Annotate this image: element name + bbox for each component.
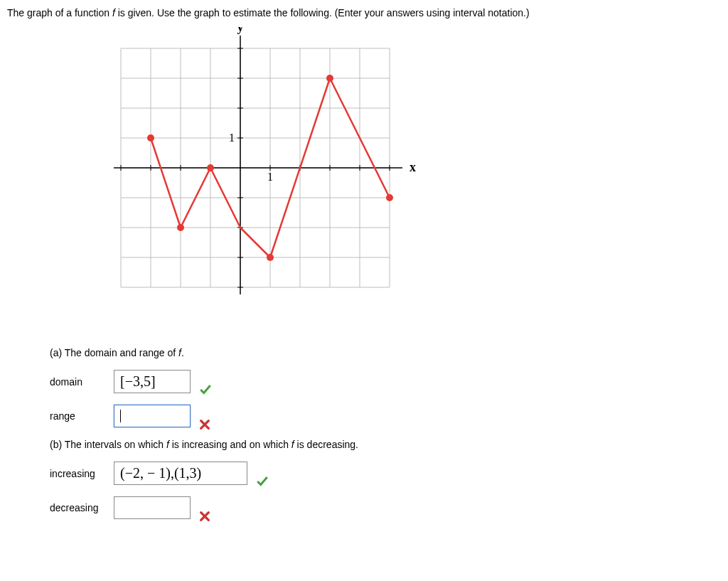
domain-label: domain [50,376,114,388]
svg-text:y: y [237,27,244,34]
cross-icon [199,511,210,522]
part-a-text-1: (a) The domain and range of [50,347,178,358]
range-row: range [50,405,721,427]
prompt-text-2: is given. Use the graph to estimate the … [115,7,530,18]
domain-value: [−3,5] [120,373,156,390]
check-icon [256,475,269,488]
increasing-value: (−2, − 1),(1,3) [120,465,201,481]
range-label: range [50,410,114,422]
decreasing-row: decreasing [50,496,721,519]
text-cursor [120,410,121,422]
part-b-heading: (b) The intervals on which f is increasi… [50,439,721,450]
svg-point-45 [267,254,274,261]
svg-point-43 [177,224,184,231]
increasing-label: increasing [50,468,114,479]
part-b-text-1: (b) The intervals on which [50,439,166,450]
check-icon [199,383,212,396]
svg-point-47 [386,194,393,201]
cross-icon [199,419,210,430]
increasing-input[interactable]: (−2, − 1),(1,3) [114,462,247,485]
svg-point-44 [207,164,214,171]
increasing-row: increasing (−2, − 1),(1,3) [50,462,721,485]
decreasing-input[interactable] [114,496,191,519]
svg-point-42 [147,134,154,142]
domain-row: domain [−3,5] [50,370,721,393]
svg-text:x: x [410,160,416,174]
function-graph: 11yx [100,27,721,333]
svg-text:1: 1 [267,171,273,183]
part-a-heading: (a) The domain and range of f. [50,347,721,358]
svg-point-46 [326,75,333,82]
part-b-text-2: is increasing and on which [169,439,291,450]
part-b-text-3: is decreasing. [294,439,358,450]
range-input[interactable] [114,405,191,427]
decreasing-label: decreasing [50,502,114,513]
svg-text:1: 1 [229,132,235,144]
part-a-text-2: . [181,347,184,358]
domain-input[interactable]: [−3,5] [114,370,191,393]
question-prompt: The graph of a function f is given. Use … [7,7,721,18]
prompt-text-1: The graph of a function [7,7,112,18]
